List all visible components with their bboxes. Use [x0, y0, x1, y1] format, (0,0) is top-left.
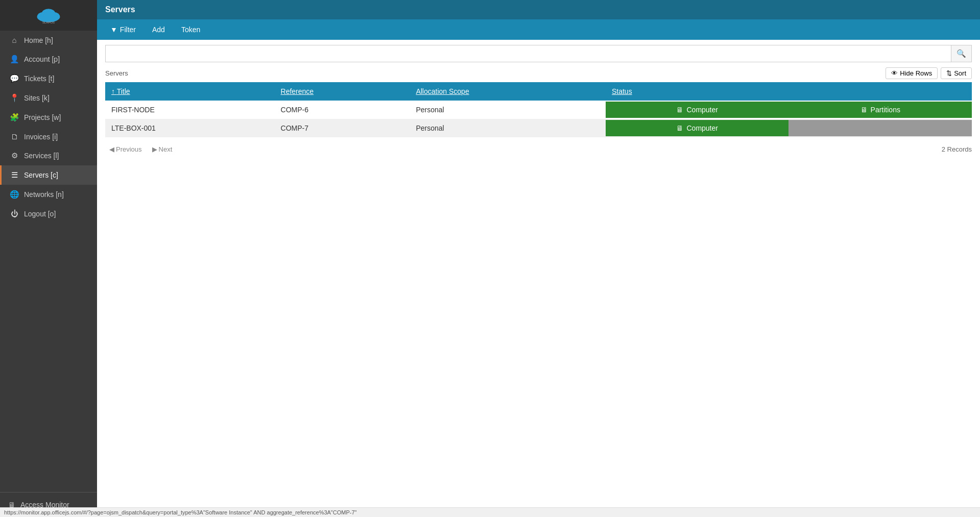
cell-reference: COMP-6	[275, 101, 410, 119]
sidebar: SLAPOS ⌂ Home [h] 👤 Account [p] 💬 Ticket…	[0, 0, 97, 517]
status-bar: https://monitor.app.officejs.com/#/?page…	[0, 507, 980, 517]
col-allocation-scope: Allocation Scope	[410, 82, 606, 101]
servers-table: ↑ Title Reference Allocation Scope	[105, 82, 972, 137]
sidebar-item-account[interactable]: 👤 Account [p]	[0, 50, 97, 69]
section-label: Servers	[105, 69, 128, 77]
svg-text:SLAPOS: SLAPOS	[42, 21, 55, 24]
sidebar-item-invoices[interactable]: 🗋 Invoices [i]	[0, 127, 97, 146]
sidebar-item-servers[interactable]: ☰ Servers [c]	[0, 165, 97, 185]
home-icon: ⌂	[10, 36, 19, 44]
cell-status: 🖥 Computer 🖥 Partitions	[606, 101, 972, 119]
computer-button-row1[interactable]: 🖥 Computer	[606, 102, 789, 118]
computer-icon: 🖥	[676, 124, 683, 132]
table-body: FIRST-NODE COMP-6 Personal 🖥 Computer	[105, 101, 972, 137]
sidebar-item-logout[interactable]: ⏻ Logout [o]	[0, 204, 97, 223]
cell-allocation-scope: Personal	[410, 101, 606, 119]
services-icon: ⚙	[10, 151, 19, 160]
page-title: Servers	[105, 5, 135, 14]
sidebar-item-label: Account [p]	[24, 55, 89, 63]
col-allocation-scope-link[interactable]: Allocation Scope	[416, 87, 469, 95]
status-cell: 🖥 Computer 🖥 Partitions	[606, 102, 972, 118]
main-content: Servers ▼ Filter Add Token 🔍 Servers 👁 H…	[97, 0, 980, 517]
gray-button-row2[interactable]	[788, 120, 972, 136]
col-status: Status	[606, 82, 972, 101]
computer-icon: 🖥	[676, 106, 683, 114]
sidebar-item-label: Tickets [t]	[24, 75, 89, 83]
col-status-link[interactable]: Status	[612, 87, 632, 95]
sidebar-item-label: Logout [o]	[24, 210, 89, 218]
sort-icon: ⇅	[946, 69, 952, 77]
sort-button[interactable]: ⇅ Sort	[941, 67, 972, 79]
pagination: ◀ Previous ▶ Next 2 Records	[105, 143, 972, 155]
cell-title: FIRST-NODE	[105, 101, 275, 119]
sort-label: Sort	[954, 69, 966, 77]
logout-icon: ⏻	[10, 209, 19, 218]
previous-button[interactable]: ◀ Previous	[105, 143, 146, 155]
computer-button-row2[interactable]: 🖥 Computer	[606, 120, 789, 136]
tickets-icon: 💬	[10, 74, 19, 83]
next-icon: ▶	[152, 145, 157, 153]
search-bar: 🔍	[105, 45, 972, 62]
col-reference-link[interactable]: Reference	[281, 87, 314, 95]
token-label: Token	[181, 26, 200, 34]
prev-icon: ◀	[109, 145, 114, 153]
search-button[interactable]: 🔍	[951, 45, 972, 62]
nav-items: ⌂ Home [h] 👤 Account [p] 💬 Tickets [t] 📍…	[0, 31, 97, 223]
sidebar-item-services[interactable]: ⚙ Services [l]	[0, 146, 97, 165]
sidebar-item-networks[interactable]: 🌐 Networks [n]	[0, 185, 97, 204]
account-icon: 👤	[10, 55, 19, 64]
col-title-link[interactable]: ↑ Title	[111, 87, 130, 95]
filter-icon: ▼	[110, 26, 117, 34]
sidebar-item-label: Services [l]	[24, 152, 89, 160]
table-row: LTE-BOX-001 COMP-7 Personal 🖥 Computer	[105, 119, 972, 137]
cell-reference: COMP-7	[275, 119, 410, 137]
cell-title: LTE-BOX-001	[105, 119, 275, 137]
sidebar-item-tickets[interactable]: 💬 Tickets [t]	[0, 69, 97, 88]
eye-icon: 👁	[891, 69, 898, 77]
table-actions: 👁 Hide Rows ⇅ Sort	[886, 67, 972, 79]
sidebar-item-label: Invoices [i]	[24, 133, 89, 141]
partitions-icon: 🖥	[861, 106, 868, 114]
invoices-icon: 🗋	[10, 132, 19, 141]
sidebar-item-label: Home [h]	[24, 36, 89, 44]
sidebar-item-home[interactable]: ⌂ Home [h]	[0, 31, 97, 50]
token-button[interactable]: Token	[174, 22, 207, 37]
add-label: Add	[152, 26, 165, 34]
cell-allocation-scope: Personal	[410, 119, 606, 137]
partitions-button-row1[interactable]: 🖥 Partitions	[788, 102, 972, 118]
table-row: FIRST-NODE COMP-6 Personal 🖥 Computer	[105, 101, 972, 119]
sites-icon: 📍	[10, 93, 19, 103]
sidebar-item-label: Sites [k]	[24, 94, 89, 102]
sidebar-item-sites[interactable]: 📍 Sites [k]	[0, 88, 97, 108]
sidebar-item-label: Projects [w]	[24, 113, 89, 121]
toolbar: ▼ Filter Add Token	[97, 19, 980, 40]
networks-icon: 🌐	[10, 190, 19, 199]
filter-label: Filter	[120, 26, 136, 34]
projects-icon: 🧩	[10, 113, 19, 122]
records-count: 2 Records	[942, 145, 972, 153]
table-section-header: Servers 👁 Hide Rows ⇅ Sort	[105, 67, 972, 79]
pagination-buttons: ◀ Previous ▶ Next	[105, 143, 176, 155]
status-url: https://monitor.app.officejs.com/#/?page…	[4, 509, 356, 515]
sidebar-item-label: Networks [n]	[24, 190, 89, 199]
col-reference: Reference	[275, 82, 410, 101]
add-button[interactable]: Add	[145, 22, 172, 37]
filter-button[interactable]: ▼ Filter	[103, 22, 143, 37]
hide-rows-button[interactable]: 👁 Hide Rows	[886, 67, 938, 79]
cell-status: 🖥 Computer	[606, 119, 972, 137]
table-header-row: ↑ Title Reference Allocation Scope	[105, 82, 972, 101]
sidebar-item-projects[interactable]: 🧩 Projects [w]	[0, 108, 97, 127]
sidebar-item-label: Servers [c]	[24, 171, 89, 179]
col-title: ↑ Title	[105, 82, 275, 101]
hide-rows-label: Hide Rows	[900, 69, 932, 77]
search-input[interactable]	[105, 45, 951, 62]
servers-icon: ☰	[10, 170, 19, 180]
page-header: Servers	[97, 0, 980, 19]
content-area: 🔍 Servers 👁 Hide Rows ⇅ Sort	[97, 40, 980, 517]
sort-asc-icon: ↑	[111, 87, 115, 95]
next-button[interactable]: ▶ Next	[148, 143, 177, 155]
svg-point-3	[42, 9, 56, 19]
status-cell: 🖥 Computer	[606, 120, 972, 136]
logo: SLAPOS	[0, 0, 97, 31]
